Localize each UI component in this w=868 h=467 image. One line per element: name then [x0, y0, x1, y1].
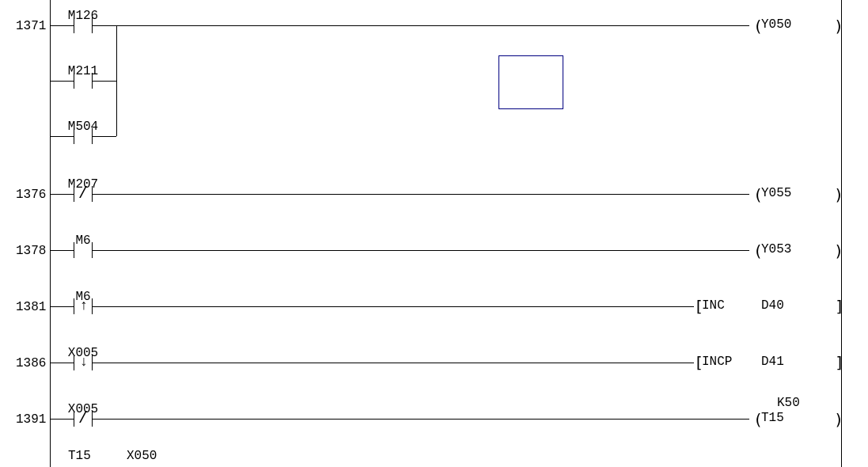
- func-arg: D41: [761, 355, 784, 369]
- coil-y055[interactable]: ( Y055 ): [761, 194, 841, 195]
- func-arg: D40: [761, 298, 784, 313]
- rung-wire: [116, 306, 694, 307]
- next-contact-label: X050: [127, 449, 157, 463]
- ladder-diagram: 1371 M126 M211 M504 ( Y050 ) 1376 M207 /…: [0, 0, 868, 467]
- step-number: 1386: [16, 356, 46, 370]
- func-op: INCP: [702, 355, 732, 369]
- contact-label: M6: [50, 234, 116, 248]
- coil-label: Y050: [761, 17, 791, 32]
- coil-y053[interactable]: ( Y053 ): [761, 250, 841, 251]
- paren-close-icon: ): [834, 17, 843, 36]
- bracket-close-icon: ]: [835, 353, 844, 372]
- rung-wire: [116, 194, 749, 195]
- bracket-close-icon: ]: [835, 297, 844, 316]
- contact-label: X005: [50, 402, 116, 416]
- coil-y050[interactable]: ( Y050 ): [761, 25, 841, 26]
- step-number: 1376: [16, 188, 46, 202]
- func-op: INC: [702, 298, 725, 313]
- paren-close-icon: ): [834, 185, 843, 204]
- timer-preset: K50: [777, 396, 800, 410]
- next-contact-label: T15: [68, 449, 91, 463]
- rung-wire: [116, 250, 749, 251]
- step-number: 1391: [16, 412, 46, 427]
- step-number: 1371: [16, 19, 46, 33]
- or-branch-vline: [116, 25, 117, 136]
- contact-label: M211: [50, 64, 116, 78]
- selection-box[interactable]: [498, 55, 563, 109]
- rung-wire: [116, 363, 694, 363]
- coil-label: T15: [761, 411, 784, 425]
- contact-label: M126: [50, 9, 116, 23]
- step-number: 1381: [16, 300, 46, 314]
- rung-wire: [116, 25, 749, 26]
- paren-close-icon: ): [834, 410, 843, 429]
- rising-edge-icon: ↑: [75, 297, 93, 314]
- paren-close-icon: ): [834, 241, 843, 260]
- right-rail: [841, 0, 842, 467]
- falling-edge-icon: ↓: [75, 353, 93, 370]
- contact-label: M504: [50, 120, 116, 134]
- timer-t15[interactable]: K50 ( T15 ): [761, 419, 841, 420]
- coil-label: Y055: [761, 186, 791, 200]
- step-number: 1378: [16, 244, 46, 258]
- rung-wire: [116, 419, 749, 420]
- contact-label: M207: [50, 177, 116, 192]
- coil-label: Y053: [761, 242, 791, 256]
